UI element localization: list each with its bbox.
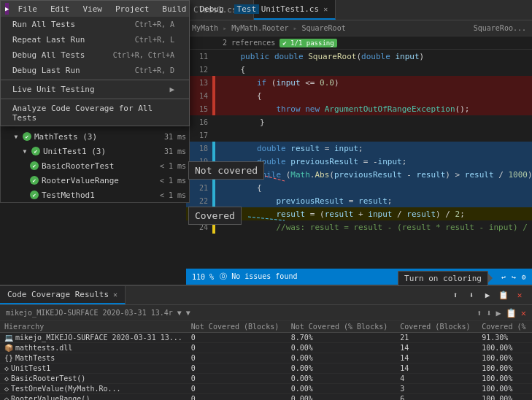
col-covered-pct: Covered (% xyxy=(477,321,532,333)
code-line-17: 17 xyxy=(186,128,532,142)
nc-blocks: 0 xyxy=(187,384,287,394)
coverage-path-bar: mikejo_MIKEJO-SURFACE 2020-03-31 13.4r ▼… xyxy=(0,305,532,321)
cov-nav-icon[interactable]: ⬆ xyxy=(477,308,482,318)
c-pct: 100.00% xyxy=(477,353,532,364)
status-right: ↩ ↪ ⚙ xyxy=(501,273,526,281)
coverage-tab[interactable]: Code Coverage Results ✕ xyxy=(0,286,126,304)
menu-top-bar: ▶ File Edit View Project Build Debug Tes… xyxy=(1,1,189,17)
table-row[interactable]: ◇ UnitTest1 0 0.00% 14 100.00% xyxy=(0,364,532,374)
row-icon: 📦 xyxy=(4,344,13,352)
menu-view[interactable]: View xyxy=(80,4,105,14)
breadcrumb-mymath[interactable]: MyMath xyxy=(192,24,218,32)
nc-blocks: 0 xyxy=(187,353,287,364)
menu-build[interactable]: Build xyxy=(159,4,189,14)
code-line-11: 11 public double SquareRoot(double input… xyxy=(186,50,532,63)
test-row-testmethod1[interactable]: ✔ TestMethod1 < 1 ms xyxy=(1,188,189,202)
coverage-close-icon[interactable]: ✕ xyxy=(113,291,117,299)
test-menu[interactable]: ▶ File Edit View Project Build Debug Tes… xyxy=(0,0,190,126)
row-icon: {} xyxy=(4,354,13,362)
coloring-tooltip-arrow xyxy=(488,274,493,282)
test-name: BasicRooterTest xyxy=(42,161,114,171)
c-blocks: 14 xyxy=(396,364,477,374)
coverage-table: Hierarchy Not Covered (Blocks) Not Cover… xyxy=(0,321,532,400)
submenu-arrow: ▶ xyxy=(169,85,174,94)
coverage-body: 💻 mikejo_MIKEJO-SURFACE 2020-03-31 13...… xyxy=(0,333,532,401)
row-icon: ◇ xyxy=(4,374,9,382)
nc-pct: 0.00% xyxy=(287,343,396,353)
breadcrumb-rooter[interactable]: MyMath.Rooter xyxy=(231,24,288,32)
test-row-unittest1[interactable]: ▼ ✔ UnitTest1 (3) 31 ms xyxy=(1,144,189,158)
cov-copy-icon[interactable]: 📋 xyxy=(506,308,517,318)
table-row[interactable]: {} MathTests 0 0.00% 14 100.00% xyxy=(0,353,532,364)
menu-debug-last-run[interactable]: Debug Last Run Ctrl+R, D xyxy=(1,63,189,78)
code-line-16: 16 } xyxy=(186,115,532,128)
menu-file[interactable]: File xyxy=(15,4,40,14)
test-row-mathtests-sub[interactable]: ▼ ✔ MathTests (3) 31 ms xyxy=(1,129,189,144)
coverage-panel: Code Coverage Results ✕ ⬆ ⬇ ▶ 📋 ✕ mikejo… xyxy=(0,285,532,400)
row-name: RooterValueRange() xyxy=(11,395,90,400)
table-row[interactable]: ◇ RooterValueRange() 0 0.00% 6 100.00% xyxy=(0,394,532,401)
breadcrumb-bar: MyMath ▸ MyMath.Rooter ▸ SquareRoot Squa… xyxy=(186,20,532,36)
menu-live-unit-testing[interactable]: Live Unit Testing ▶ xyxy=(1,82,189,97)
code-line-13: 13 if (input <= 0.0) xyxy=(186,76,532,89)
test-duration: < 1 ms xyxy=(138,177,189,185)
tab-unittest1[interactable]: UnitTest1.cs ✕ xyxy=(254,0,336,20)
settings-icon[interactable]: ⚙ xyxy=(522,273,526,281)
nc-pct: 0.00% xyxy=(287,394,396,401)
table-row[interactable]: 💻 mikejo_MIKEJO-SURFACE 2020-03-31 13...… xyxy=(0,333,532,343)
coverage-path[interactable]: mikejo_MIKEJO-SURFACE 2020-03-31 13.4r ▼ xyxy=(6,309,182,317)
nc-pct: 0.00% xyxy=(287,364,396,374)
menu-test[interactable]: Test xyxy=(234,4,260,14)
table-row[interactable]: ◇ TestOneValue(MyMath.Ro... 0 0.00% 3 10… xyxy=(0,384,532,394)
col-covered-blocks: Covered (Blocks) xyxy=(396,321,477,333)
cov-export-btn[interactable]: 📋 xyxy=(497,288,510,301)
coverage-header: Hierarchy Not Covered (Blocks) Not Cover… xyxy=(0,321,532,333)
cov-stop-icon[interactable]: ✕ xyxy=(521,308,526,318)
col-not-covered-blocks: Not Covered (Blocks) xyxy=(187,321,287,333)
c-pct: 100.00% xyxy=(477,364,532,374)
test-name: TestMethod1 xyxy=(42,191,95,200)
c-pct: 100.00% xyxy=(477,384,532,394)
row-name: TestOneValue(MyMath.Ro... xyxy=(11,385,121,393)
hierarchy-cell: ◇ UnitTest1 xyxy=(0,364,187,374)
undo-icon[interactable]: ↩ xyxy=(501,273,506,281)
test-row-basicrooter[interactable]: ✔ BasicRooterTest < 1 ms xyxy=(1,158,189,173)
cov-up-btn[interactable]: ⬆ xyxy=(449,288,462,301)
code-line-14: 14 { xyxy=(186,89,532,102)
menu-analyze-coverage[interactable]: Analyze Code Coverage for All Tests xyxy=(1,101,189,126)
menu-project[interactable]: Project xyxy=(112,4,152,14)
test-name: MathTests (3) xyxy=(34,132,97,142)
turn-on-coloring-button[interactable]: Turn on coloring xyxy=(398,271,488,286)
nc-pct: 0.00% xyxy=(287,384,396,394)
not-covered-callout: Not covered xyxy=(188,161,264,180)
cov-nav-icon2[interactable]: ⬇ xyxy=(486,308,491,318)
test-name: RooterValueRange xyxy=(42,176,119,185)
breadcrumb-squareroot[interactable]: SquareRoot xyxy=(301,24,345,32)
vs-icon: ▶ xyxy=(5,3,9,15)
test-row-rootervaluerange[interactable]: ✔ RooterValueRange < 1 ms xyxy=(1,173,189,188)
cov-clear-btn[interactable]: ✕ xyxy=(513,288,526,301)
close-icon[interactable]: ✕ xyxy=(323,5,328,13)
code-line-18: 18 double result = input; xyxy=(186,142,532,155)
test-tree: ▼ ✔ MathTests (3) 31 ms ▼ ✔ MathTests (3… xyxy=(1,115,189,202)
col-hierarchy: Hierarchy xyxy=(0,321,187,333)
tab-label: UnitTest1.cs xyxy=(261,4,319,14)
menu-repeat-last-run[interactable]: Repeat Last Run Ctrl+R, L xyxy=(1,32,189,47)
cov-play-icon[interactable]: ▶ xyxy=(496,308,501,318)
menu-debug[interactable]: Debug xyxy=(196,4,226,14)
menu-debug-all-tests[interactable]: Debug All Tests Ctrl+R, Ctrl+A xyxy=(1,47,189,63)
cov-down-btn[interactable]: ⬇ xyxy=(465,288,478,301)
covered-callout: Covered xyxy=(188,207,242,225)
menu-run-all-tests[interactable]: Run All Tests Ctrl+R, A xyxy=(1,17,189,32)
status-icon: ✔ xyxy=(30,176,39,185)
redo-icon[interactable]: ↪ xyxy=(512,273,516,281)
table-row[interactable]: ◇ BasicRooterTest() 0 0.00% 4 100.00% xyxy=(0,374,532,384)
cov-run-btn[interactable]: ▶ xyxy=(481,288,494,301)
menu-edit[interactable]: Edit xyxy=(47,4,73,14)
menu-top-items: File Edit View Project Build Debug Test xyxy=(15,4,259,14)
test-duration: < 1 ms xyxy=(138,191,189,199)
col-not-covered-pct: Not Covered (% Blocks) xyxy=(287,321,396,333)
table-row[interactable]: 📦 mathtests.dll 0 0.00% 14 100.00% xyxy=(0,343,532,353)
nc-blocks: 0 xyxy=(187,394,287,401)
hierarchy-cell: {} MathTests xyxy=(0,353,187,364)
